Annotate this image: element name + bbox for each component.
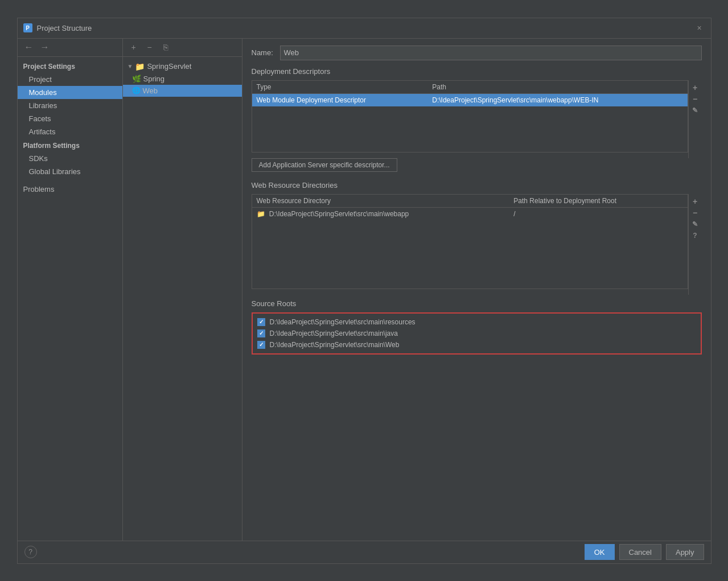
add-descriptor-button[interactable]: Add Application Server specific descript… — [252, 158, 397, 172]
sidebar-item-global-libraries[interactable]: Global Libraries — [18, 165, 122, 178]
platform-settings-header: Platform Settings — [18, 138, 122, 152]
wr-add-button[interactable]: + — [690, 196, 700, 207]
wr-directory-header: Web Resource Directory — [252, 195, 509, 208]
add-module-button[interactable]: + — [127, 41, 140, 53]
wr-edit-button[interactable]: ✎ — [690, 219, 700, 229]
name-input[interactable] — [280, 46, 702, 60]
left-nav: Project Settings Project Modules Librari… — [18, 57, 122, 541]
sidebar-item-facets[interactable]: Facets — [18, 112, 122, 125]
spring-icon: 🌿 — [132, 75, 141, 83]
name-label: Name: — [252, 48, 274, 57]
dd-remove-button[interactable]: − — [690, 94, 700, 104]
project-structure-dialog: P Project Structure × ← → Project Settin… — [17, 18, 711, 564]
close-button[interactable]: × — [694, 22, 705, 34]
table-row-empty4 — [252, 243, 688, 266]
title-bar: P Project Structure × — [18, 18, 711, 39]
wr-remove-button[interactable]: − — [690, 208, 700, 218]
project-settings-header: Project Settings — [18, 59, 122, 73]
source-roots-title: Source Roots — [252, 299, 702, 308]
middle-toolbar: + − ⎘ — [123, 39, 242, 57]
table-row-empty5 — [252, 266, 688, 289]
nav-toolbar: ← → — [18, 39, 122, 57]
wr-path-header: Path Relative to Deployment Root — [509, 195, 687, 208]
source-root-label-1: D:\IdeaProject\SpringServlet\src\main\re… — [270, 318, 416, 326]
sidebar-item-libraries[interactable]: Libraries — [18, 99, 122, 112]
tree-item-web[interactable]: 🌐 Web — [123, 85, 242, 97]
main-content: ← → Project Settings Project Modules Lib… — [18, 39, 711, 541]
dd-type-header: Type — [252, 81, 428, 94]
right-content: Name: Deployment Descriptors Type Path — [242, 39, 711, 541]
tree-item-web-label: Web — [143, 86, 158, 95]
back-button[interactable]: ← — [22, 41, 36, 53]
name-field-row: Name: — [252, 46, 702, 60]
web-resource-table-container: Web Resource Directory Path Relative to … — [252, 194, 688, 289]
source-root-checkbox-1[interactable] — [257, 318, 265, 326]
source-root-row-3: D:\IdeaProject\SpringServlet\src\main\We… — [257, 341, 696, 349]
dd-table-sidebar: + − ✎ — [688, 80, 702, 158]
deployment-descriptors-table-container: Type Path Web Module Deployment Descript… — [252, 80, 688, 153]
bottom-right: OK Cancel Apply — [585, 544, 704, 560]
middle-panel: + − ⎘ ▼ 📁 SpringServlet 🌿 Spring 🌐 Web — [123, 39, 242, 541]
table-row-empty3 — [252, 220, 688, 243]
folder-icon: 📁 — [135, 62, 145, 71]
dialog-title: Project Structure — [37, 24, 92, 32]
web-resource-table: Web Resource Directory Path Relative to … — [252, 195, 688, 289]
bottom-nav: Problems — [18, 178, 122, 200]
app-icon: P — [23, 23, 32, 32]
bottom-left: ? — [24, 546, 37, 558]
bottom-bar: ? OK Cancel Apply — [18, 541, 711, 563]
dd-path-cell: D:\IdeaProject\SpringServlet\src\main\we… — [427, 93, 687, 106]
cancel-button[interactable]: Cancel — [619, 544, 661, 560]
sidebar-item-modules[interactable]: Modules — [18, 86, 122, 99]
table-row[interactable]: Web Module Deployment Descriptor D:\Idea… — [252, 93, 688, 106]
source-root-checkbox-3[interactable] — [257, 341, 265, 349]
source-roots-box: D:\IdeaProject\SpringServlet\src\main\re… — [252, 312, 702, 355]
right-panel: Name: Deployment Descriptors Type Path — [242, 39, 711, 541]
source-roots-section: Source Roots D:\IdeaProject\SpringServle… — [252, 299, 702, 355]
tree-item-spring[interactable]: 🌿 Spring — [123, 73, 242, 85]
table-row-empty2 — [252, 129, 688, 152]
deployment-descriptors-title: Deployment Descriptors — [252, 67, 702, 76]
tree-item-spring-label: Spring — [143, 75, 165, 83]
folder-small-icon: 📁 — [257, 210, 265, 218]
sidebar-item-artifacts[interactable]: Artifacts — [18, 125, 122, 138]
module-tree: ▼ 📁 SpringServlet 🌿 Spring 🌐 Web — [123, 57, 242, 541]
dd-add-button[interactable]: + — [690, 83, 700, 93]
table-row[interactable]: 📁 D:\IdeaProject\SpringServlet\src\main\… — [252, 207, 688, 220]
source-root-row-1: D:\IdeaProject\SpringServlet\src\main\re… — [257, 318, 696, 326]
copy-module-button[interactable]: ⎘ — [159, 41, 172, 53]
sidebar-item-problems[interactable]: Problems — [18, 183, 122, 196]
dd-path-header: Path — [427, 81, 687, 94]
source-root-label-2: D:\IdeaProject\SpringServlet\src\main\ja… — [270, 329, 398, 337]
dd-type-cell: Web Module Deployment Descriptor — [252, 93, 428, 106]
wr-directory-cell: 📁 D:\IdeaProject\SpringServlet\src\main\… — [252, 207, 509, 220]
chevron-down-icon: ▼ — [127, 63, 133, 69]
wr-help-button[interactable]: ? — [690, 230, 700, 241]
apply-button[interactable]: Apply — [666, 544, 704, 560]
tree-item-springservlet-label: SpringServlet — [147, 62, 191, 71]
wr-table-sidebar: + − ✎ ? — [688, 194, 702, 295]
web-icon: 🌐 — [132, 86, 141, 94]
source-root-row-2: D:\IdeaProject\SpringServlet\src\main\ja… — [257, 329, 696, 337]
forward-button[interactable]: → — [38, 41, 52, 53]
wr-path-cell: / — [509, 207, 687, 220]
help-button[interactable]: ? — [24, 546, 37, 558]
dd-edit-button[interactable]: ✎ — [690, 105, 700, 116]
source-root-label-3: D:\IdeaProject\SpringServlet\src\main\We… — [270, 341, 400, 349]
web-resource-section: Web Resource Directory Path Relative to … — [252, 194, 702, 295]
ok-button[interactable]: OK — [585, 544, 615, 560]
sidebar-item-project[interactable]: Project — [18, 73, 122, 86]
deployment-descriptors-table: Type Path Web Module Deployment Descript… — [252, 81, 688, 152]
remove-module-button[interactable]: − — [143, 41, 156, 53]
sidebar-item-sdks[interactable]: SDKs — [18, 152, 122, 165]
web-resource-title: Web Resource Directories — [252, 181, 702, 189]
source-root-checkbox-2[interactable] — [257, 329, 265, 337]
tree-item-springservlet[interactable]: ▼ 📁 SpringServlet — [123, 60, 242, 73]
table-row-empty — [252, 106, 688, 129]
title-bar-left: P Project Structure — [23, 23, 92, 32]
deployment-descriptors-section: Type Path Web Module Deployment Descript… — [252, 80, 702, 158]
left-panel: ← → Project Settings Project Modules Lib… — [18, 39, 123, 541]
